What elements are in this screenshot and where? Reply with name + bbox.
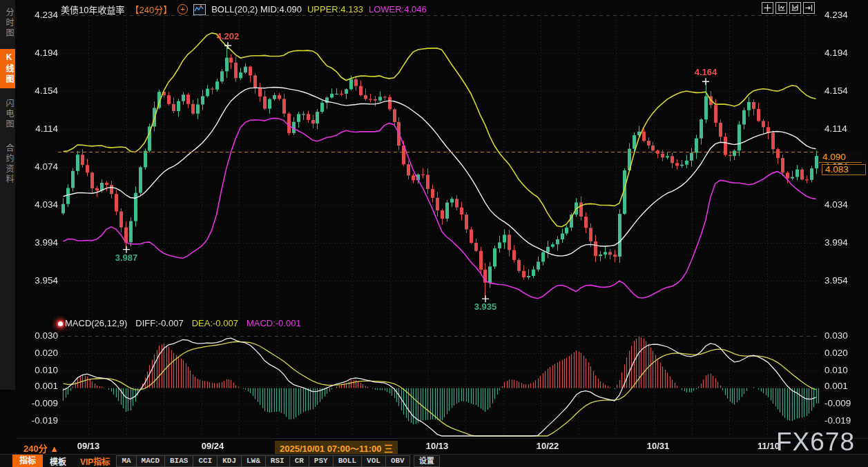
boll-mid-value: BOLL(20,2) MID:4.090 xyxy=(211,4,302,14)
axis-tick: 0.010 xyxy=(19,365,58,375)
toolbar-item-OBV[interactable]: OBV xyxy=(385,455,410,467)
axis-scale-right-icon[interactable] xyxy=(789,2,801,14)
instrument-title: 美债10年收益率 xyxy=(61,3,124,16)
axis-tick: 0.030 xyxy=(19,330,58,341)
chart-header: 美债10年收益率 【240分】 + BOLL(20,2) MID:4.090 U… xyxy=(61,3,427,16)
annotation-low: 3.987 xyxy=(115,252,138,263)
axis-scale-left-icon[interactable] xyxy=(775,2,787,14)
period-label: 【240分】 xyxy=(130,3,172,16)
annotation-high: 4.164 xyxy=(695,67,717,77)
timeframe-selector[interactable]: 240分 ▲ xyxy=(23,441,59,455)
signal-dot-icon xyxy=(57,320,64,328)
sidebar-tab-2[interactable]: K线图 xyxy=(0,49,15,88)
boll-upper-value: UPPER:4.133 xyxy=(307,4,363,14)
toolbar-item-VIP指标[interactable]: VIP指标 xyxy=(73,455,117,467)
toolbar-item-CCI[interactable]: CCI xyxy=(193,455,218,467)
current-bar-time-label: 2025/10/01 07:00～11:00 三 xyxy=(275,441,398,455)
toolbar-item-PSY[interactable]: PSY xyxy=(309,455,334,467)
axis-tick: 0.020 xyxy=(19,348,58,358)
close-price-tag: 4.083 xyxy=(822,164,866,175)
axis-tick: -0.019 xyxy=(824,415,851,426)
axis-tick: 0.001 xyxy=(19,381,58,391)
candlestick-chart-canvas[interactable] xyxy=(0,0,868,467)
indicator-chart-icon[interactable] xyxy=(193,4,206,15)
macd-label-row: MACD(26,12,9) DIFF:-0.007 DEA:-0.007 MAC… xyxy=(65,318,301,328)
macd-macd-value: MACD:-0.001 xyxy=(247,318,301,328)
shift-right-icon[interactable] xyxy=(803,2,815,14)
toolbar-item-VOL[interactable]: VOL xyxy=(361,455,386,467)
window-controls xyxy=(762,2,815,14)
axis-tick: 0.030 xyxy=(824,330,848,341)
macd-dea-value: DEA:-0.007 xyxy=(192,318,238,328)
toolbar-item-BOLL[interactable]: BOLL xyxy=(333,455,362,467)
sidebar-tab-4[interactable]: 合约资料 xyxy=(0,140,15,188)
toolbar-item-指标[interactable]: 指标 xyxy=(12,455,43,467)
left-macd-axis: 0.0300.0200.0100.001-0.009-0.019 xyxy=(19,0,58,467)
last-price-tag: 4.090 xyxy=(819,152,862,163)
toolbar-item-CR[interactable]: CR xyxy=(289,455,309,467)
chart-application: 分时图K线图闪电图合约资料 美债10年收益率 【240分】 + BOLL(20,… xyxy=(0,0,868,467)
right-macd-axis: 0.0300.0200.0100.001-0.009-0.019 xyxy=(824,0,867,467)
sidebar-tab-3[interactable]: 闪电图 xyxy=(0,95,15,133)
toolbar-item-模板[interactable]: 模板 xyxy=(43,455,73,467)
axis-tick: -0.009 xyxy=(19,398,58,408)
axis-tick: -0.019 xyxy=(19,415,58,426)
add-indicator-icon[interactable]: + xyxy=(177,4,188,14)
fx678-watermark: FX678 xyxy=(776,428,855,457)
date-label: 09/13 xyxy=(77,441,100,451)
macd-diff-value: DIFF:-0.007 xyxy=(135,318,183,328)
boll-lower-value: LOWER:4.046 xyxy=(369,4,427,14)
axis-tick: 0.010 xyxy=(824,365,848,375)
axis-tick: 0.001 xyxy=(824,381,848,391)
macd-params: MACD(26,12,9) xyxy=(65,318,127,328)
annotation-high: 4.202 xyxy=(217,31,240,41)
toolbar-item-MACD[interactable]: MACD xyxy=(136,455,165,467)
toolbar-item-BIAS[interactable]: BIAS xyxy=(164,455,193,467)
date-label: 09/24 xyxy=(202,441,224,451)
toolbar-item-KDJ[interactable]: KDJ xyxy=(217,455,242,467)
crosshair-move-icon[interactable] xyxy=(762,2,773,14)
date-label: 10/13 xyxy=(426,441,449,451)
annotation-low: 3.935 xyxy=(474,301,497,312)
toolbar-item-RSI[interactable]: RSI xyxy=(265,455,290,467)
sidebar: 分时图K线图闪电图合约资料 xyxy=(0,0,15,390)
sidebar-tab-1[interactable]: 分时图 xyxy=(0,4,15,42)
date-label: 10/22 xyxy=(537,441,559,451)
toolbar-item-MA[interactable]: MA xyxy=(116,455,136,467)
toolbar-item-设置[interactable]: 设置 xyxy=(414,455,440,467)
date-label: 10/31 xyxy=(647,441,670,451)
indicator-toolbar: 指标模板VIP指标MAMACDBIASCCIKDJLW&RSICRPSYBOLL… xyxy=(0,454,868,467)
axis-tick: 0.020 xyxy=(824,348,848,358)
toolbar-item-LW&[interactable]: LW& xyxy=(241,455,266,467)
axis-tick: -0.009 xyxy=(824,398,851,408)
